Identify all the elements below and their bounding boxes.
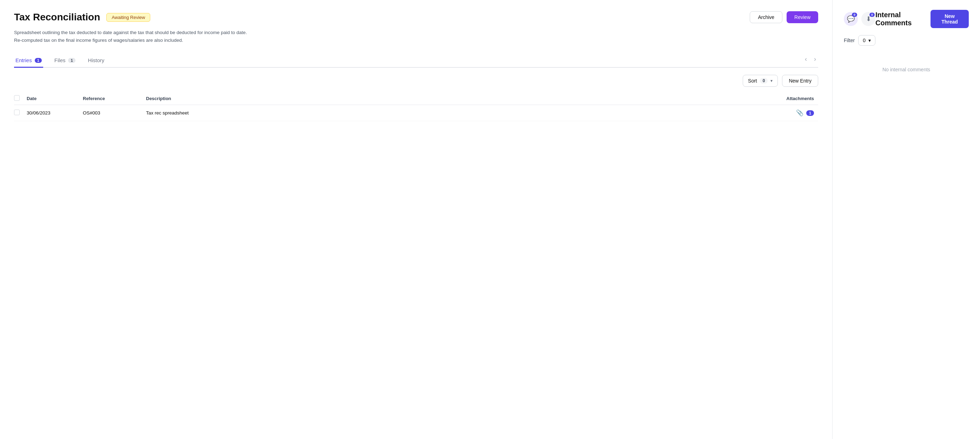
no-comments-text: No internal comments bbox=[844, 67, 969, 72]
new-entry-button[interactable]: New Entry bbox=[782, 75, 818, 87]
attachment-count: 1 bbox=[806, 110, 814, 116]
tab-files-badge: 1 bbox=[68, 58, 75, 63]
paperclip-icon: 📎 bbox=[796, 109, 803, 117]
chevron-down-icon: ▾ bbox=[770, 78, 773, 83]
attachments-cell: 📎 1 bbox=[776, 109, 814, 117]
tab-prev-button[interactable]: ‹ bbox=[803, 54, 809, 64]
entry-date: 30/06/2023 bbox=[27, 105, 83, 121]
status-badge: Awaiting Review bbox=[107, 13, 150, 22]
tab-files[interactable]: Files 1 bbox=[53, 54, 77, 68]
review-button[interactable]: Review bbox=[787, 11, 818, 23]
page-description: Spreadsheet outlining the tax deducted t… bbox=[14, 29, 253, 44]
filter-count: 0 bbox=[863, 38, 865, 43]
comment-icon-badge: 0 bbox=[852, 13, 857, 17]
sidebar-title: Internal Comments bbox=[875, 11, 931, 27]
page-title: Tax Reconciliation bbox=[14, 11, 100, 23]
tab-entries[interactable]: Entries 1 bbox=[14, 54, 43, 68]
sidebar: 💬 0 ⬇ 0 Internal Comments New Thread Fil… bbox=[832, 0, 980, 439]
col-header-attachments: Attachments bbox=[776, 93, 818, 105]
row-checkbox[interactable] bbox=[14, 110, 20, 115]
filter-select[interactable]: 0 ▾ bbox=[858, 35, 875, 46]
sidebar-header: 💬 0 ⬇ 0 Internal Comments New Thread bbox=[844, 10, 969, 28]
tabs-bar: Entries 1 Files 1 History ‹ › bbox=[14, 54, 818, 68]
download-icon-button[interactable]: ⬇ 0 bbox=[861, 12, 875, 26]
download-icon-badge: 0 bbox=[869, 13, 875, 17]
header-actions: Archive Review bbox=[750, 11, 818, 23]
tab-history[interactable]: History bbox=[87, 54, 106, 68]
col-header-reference: Reference bbox=[83, 93, 146, 105]
sort-button[interactable]: Sort 0 ▾ bbox=[743, 75, 778, 87]
entries-table: Date Reference Description Attachments 3… bbox=[14, 93, 818, 121]
entry-description: Tax rec spreadsheet bbox=[146, 105, 776, 121]
sidebar-icon-buttons: 💬 0 ⬇ 0 bbox=[844, 12, 875, 26]
tab-history-label: History bbox=[88, 57, 105, 63]
sort-count: 0 bbox=[760, 78, 768, 84]
col-header-description: Description bbox=[146, 93, 776, 105]
comments-icon-button[interactable]: 💬 0 bbox=[844, 12, 858, 26]
tab-navigation: ‹ › bbox=[803, 54, 818, 67]
table-row[interactable]: 30/06/2023 OS#003 Tax rec spreadsheet 📎 … bbox=[14, 105, 818, 121]
new-thread-button[interactable]: New Thread bbox=[931, 10, 969, 28]
entry-reference: OS#003 bbox=[83, 105, 146, 121]
tab-entries-badge: 1 bbox=[35, 58, 42, 63]
tab-next-button[interactable]: › bbox=[812, 54, 818, 64]
archive-button[interactable]: Archive bbox=[750, 11, 783, 23]
tab-entries-label: Entries bbox=[16, 57, 32, 63]
select-all-checkbox[interactable] bbox=[14, 95, 20, 101]
col-header-date: Date bbox=[27, 93, 83, 105]
sort-label: Sort bbox=[748, 78, 757, 84]
tab-files-label: Files bbox=[54, 57, 66, 63]
table-toolbar: Sort 0 ▾ New Entry bbox=[14, 68, 818, 93]
chevron-down-icon: ▾ bbox=[869, 38, 871, 43]
filter-label: Filter bbox=[844, 38, 855, 43]
filter-row: Filter 0 ▾ bbox=[844, 35, 969, 46]
